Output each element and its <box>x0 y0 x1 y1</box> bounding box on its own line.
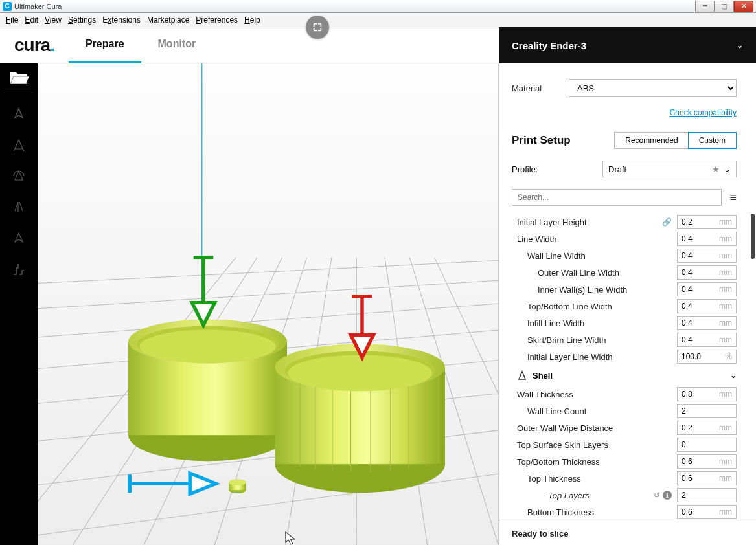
3d-viewport[interactable] <box>38 63 498 545</box>
material-select[interactable]: ABS <box>569 79 737 97</box>
support-tool-icon[interactable] <box>4 256 34 282</box>
win-minimize[interactable]: ━ <box>695 1 715 12</box>
setting-row: Top/Bottom Line Width0.4mm <box>517 298 737 315</box>
window-title: Ultimaker Cura <box>14 3 62 10</box>
printer-selector[interactable]: Creality Ender-3 ⌄ <box>499 27 756 63</box>
menu-marketplace[interactable]: Marketplace <box>144 14 192 26</box>
shell-category-header[interactable]: Shell ⌄ <box>517 368 737 383</box>
reset-icon[interactable]: ↺ <box>654 491 660 500</box>
mirror-tool-icon[interactable] <box>4 194 34 220</box>
model-smooth-cup[interactable] <box>128 319 287 461</box>
menu-settings[interactable]: Settings <box>65 14 99 26</box>
setting-row: Outer Wall Wipe Distance0.2mm <box>517 419 737 436</box>
setting-value-input[interactable]: 0.4mm <box>677 282 737 296</box>
setting-value-input[interactable]: 2 <box>677 404 737 418</box>
setting-row: Top Layers↺ℹ2 <box>517 487 737 504</box>
left-toolbar <box>0 63 38 545</box>
custom-button[interactable]: Custom <box>689 133 736 148</box>
setting-label: Initial Layer Height <box>517 217 659 227</box>
tab-monitor[interactable]: Monitor <box>141 27 213 63</box>
setting-row: Skirt/Brim Line Width0.4mm <box>517 331 737 348</box>
setting-value-input[interactable]: 100.0% <box>677 350 737 364</box>
setting-label: Wall Thickness <box>517 390 669 399</box>
settings-panel: Creality Ender-3 ⌄ Material ABS Check co… <box>498 63 756 545</box>
win-maximize[interactable]: ▢ <box>715 1 734 12</box>
profile-select[interactable]: Draft ★ ⌄ <box>602 161 737 177</box>
chevron-down-icon: ⌄ <box>724 164 731 174</box>
menu-file[interactable]: File <box>3 14 21 26</box>
settings-search-input[interactable] <box>512 189 722 206</box>
settings-list: Initial Layer Height🔗0.2mmLine Width0.4m… <box>499 211 750 365</box>
menu-help[interactable]: Help <box>241 14 264 26</box>
setting-row: Top Surface Skin Layers0 <box>517 436 737 453</box>
setting-value-input[interactable]: 0.2mm <box>677 421 737 435</box>
setting-row: Initial Layer Height🔗0.2mm <box>517 214 737 230</box>
setting-label: Top/Bottom Line Width <box>517 302 669 311</box>
scrollbar-thumb[interactable] <box>751 214 755 259</box>
setting-row: Inner Wall(s) Line Width0.4mm <box>517 281 737 298</box>
window-titlebar: C Ultimaker Cura ━ ▢ ✕ <box>0 0 756 13</box>
check-compatibility-link[interactable]: Check compatibility <box>670 108 737 117</box>
setting-value-input[interactable]: 0.4mm <box>677 249 737 263</box>
setting-label: Outer Wall Wipe Distance <box>517 423 669 433</box>
status-text: Ready to slice <box>512 529 568 539</box>
menu-view[interactable]: View <box>41 14 65 26</box>
setting-value-input[interactable]: 0.4mm <box>677 265 737 280</box>
expand-icon[interactable] <box>306 16 329 39</box>
scale-tool-icon[interactable] <box>4 132 34 158</box>
model-small-disc[interactable] <box>229 479 246 493</box>
model-faceted-cup[interactable] <box>275 344 445 493</box>
cyan-arrow <box>130 473 216 494</box>
print-setup-title: Print Setup <box>512 134 608 147</box>
status-bar: Ready to slice <box>499 522 756 545</box>
setting-row: Wall Thickness0.8mm <box>517 386 737 403</box>
tab-prepare[interactable]: Prepare <box>69 27 141 63</box>
setting-label: Line Width <box>517 234 669 244</box>
setting-value-input[interactable]: 0.4mm <box>677 316 737 330</box>
mesh-tool-icon[interactable] <box>4 225 34 251</box>
setting-value-input[interactable]: 0.8mm <box>677 387 737 401</box>
setting-value-input[interactable]: 0.6mm <box>677 505 737 519</box>
open-file-icon[interactable] <box>4 67 34 93</box>
setting-value-input[interactable]: 0 <box>677 438 737 452</box>
cursor-icon <box>286 532 295 544</box>
setting-label: Wall Line Width <box>517 251 669 261</box>
setting-row: Wall Line Width0.4mm <box>517 247 737 264</box>
recommended-button[interactable]: Recommended <box>615 133 688 148</box>
setting-label: Top/Bottom Thickness <box>517 457 669 467</box>
link-icon[interactable]: 🔗 <box>662 217 672 227</box>
shell-settings-list: Wall Thickness0.8mmWall Line Count2Outer… <box>499 383 750 520</box>
info-icon[interactable]: ℹ <box>663 491 672 500</box>
setting-value-input[interactable]: 2 <box>677 488 737 502</box>
setting-label: Infill Line Width <box>517 318 669 328</box>
menu-bar: File Edit View Settings Extensions Marke… <box>0 13 756 27</box>
hamburger-icon[interactable]: ≡ <box>729 191 737 205</box>
setting-row: Top/Bottom Thickness0.6mm <box>517 453 737 470</box>
setting-label: Outer Wall Line Width <box>517 268 669 278</box>
profile-label: Profile: <box>512 164 590 174</box>
menu-edit[interactable]: Edit <box>21 14 41 26</box>
setting-label: Top Layers <box>517 491 651 500</box>
move-tool-icon[interactable] <box>4 101 34 127</box>
setting-value-input[interactable]: 0.6mm <box>677 454 737 469</box>
menu-preferences[interactable]: Preferences <box>192 14 241 26</box>
cura-logo: cura. <box>0 35 69 56</box>
setting-row: Outer Wall Line Width0.4mm <box>517 264 737 281</box>
menu-extensions[interactable]: Extensions <box>99 14 144 26</box>
setting-value-input[interactable]: 0.2mm <box>677 215 737 229</box>
svg-point-4 <box>140 329 276 363</box>
setting-value-input[interactable]: 0.6mm <box>677 471 737 485</box>
setting-label: Bottom Thickness <box>517 507 669 517</box>
green-arrow <box>192 258 214 326</box>
setting-label: Skirt/Brim Line Width <box>517 335 669 345</box>
setting-label: Initial Layer Line Width <box>517 352 669 362</box>
setting-row: Initial Layer Line Width100.0% <box>517 348 737 365</box>
setting-value-input[interactable]: 0.4mm <box>677 333 737 347</box>
setting-row: Wall Line Count2 <box>517 403 737 419</box>
setting-value-input[interactable]: 0.4mm <box>677 232 737 246</box>
setting-value-input[interactable]: 0.4mm <box>677 299 737 313</box>
chevron-down-icon: ⌄ <box>737 41 743 50</box>
rotate-tool-icon[interactable] <box>4 163 34 189</box>
setting-label: Wall Line Count <box>517 406 669 416</box>
win-close[interactable]: ✕ <box>734 1 753 12</box>
